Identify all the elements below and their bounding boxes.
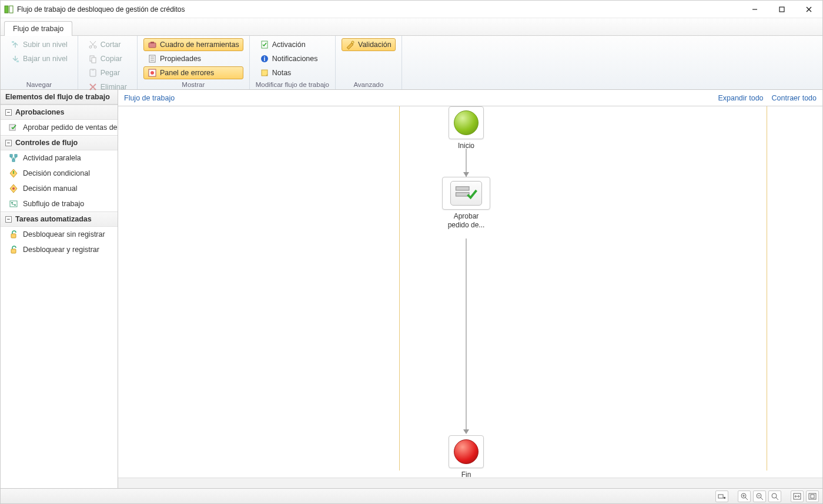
parallel-icon [9, 153, 18, 163]
notes-icon [260, 68, 269, 78]
notifications-label: Notificaciones [272, 55, 318, 63]
activation-icon [260, 40, 269, 49]
node-approve-order[interactable]: Aprobar pedido de... [442, 177, 490, 230]
swimlane [399, 106, 767, 471]
subflow-icon [9, 199, 18, 209]
content-area: Elementos del flujo de trabajo − Aprobac… [1, 90, 822, 488]
svg-line-48 [761, 498, 763, 500]
properties-icon [148, 54, 157, 63]
svg-text:i: i [263, 56, 265, 62]
sidebar-cat-approvals[interactable]: − Aprobaciones [1, 105, 118, 120]
sidebar: Elementos del flujo de trabajo − Aprobac… [1, 90, 118, 488]
toolbox-label: Cuadro de herramientas [160, 41, 239, 49]
sidebar-item-approve-order[interactable]: Aprobar pedido de ventas de c [1, 120, 118, 135]
validation-label: Validación [358, 41, 392, 49]
svg-point-50 [772, 493, 777, 498]
svg-rect-7 [16, 61, 19, 62]
ribbon-group-navigate-label: Navegar [6, 80, 72, 88]
svg-rect-28 [10, 154, 12, 157]
toolbox-button[interactable]: Cuadro de herramientas [143, 38, 243, 51]
canvas-header: Flujo de trabajo Expandir todo Contraer … [118, 90, 822, 106]
sidebar-cat-autotasks[interactable]: − Tareas automatizadas [1, 211, 118, 227]
ribbon: Subir un nivel Bajar un nivel Navegar Co… [1, 36, 822, 90]
close-button[interactable] [795, 1, 822, 18]
sidebar-header: Elementos del flujo de trabajo [1, 90, 118, 105]
statusbar [1, 488, 822, 503]
collapse-icon: − [5, 109, 12, 116]
sidebar-cat-flowcontrols[interactable]: − Controles de flujo [1, 135, 118, 150]
svg-rect-11 [92, 58, 96, 63]
tabstrip: Flujo de trabajo [1, 18, 822, 36]
error-panel-label: Panel de errores [160, 69, 214, 77]
svg-line-44 [745, 498, 748, 500]
sidebar-item-manual-decision[interactable]: Decisión manual [1, 181, 118, 196]
error-panel-button[interactable]: Panel de errores [143, 66, 243, 79]
sidebar-item-conditional-decision[interactable]: Decisión condicional [1, 166, 118, 181]
window-title: Flujo de trabajo de desbloqueo de gestió… [17, 5, 185, 14]
notifications-button[interactable]: i Notificaciones [256, 52, 329, 65]
minimize-button[interactable] [741, 1, 768, 18]
ribbon-group-show: Cuadro de herramientas Propiedades Panel… [138, 36, 250, 89]
up-level-button[interactable]: Subir un nivel [6, 38, 72, 51]
svg-rect-14 [149, 43, 156, 48]
arrow-down-level-icon [11, 54, 20, 63]
paste-button[interactable]: Pegar [84, 66, 131, 79]
canvas-wrap: Flujo de trabajo Expandir todo Contraer … [118, 90, 822, 488]
cut-button[interactable]: Cortar [84, 38, 131, 51]
fit-width-button[interactable] [791, 490, 804, 502]
node-approve-label2: pedido de... [442, 221, 490, 230]
zoom-reset-button[interactable] [768, 490, 781, 502]
unlock-icon [9, 230, 18, 239]
decision-cond-icon [9, 169, 18, 178]
sidebar-item-label: Subflujo de trabajo [23, 200, 84, 208]
expand-all-link[interactable]: Expandir todo [718, 94, 763, 102]
collapse-all-link[interactable]: Contraer todo [772, 94, 817, 102]
maximize-button[interactable] [768, 1, 795, 18]
titlebar: Flujo de trabajo de desbloqueo de gestió… [1, 1, 822, 18]
collapse-icon: − [5, 140, 12, 146]
sidebar-item-parallel-activity[interactable]: Actividad paralela [1, 150, 118, 166]
node-start[interactable]: Inicio [449, 106, 484, 150]
svg-rect-33 [11, 202, 13, 203]
validation-button[interactable]: Validación [342, 38, 396, 51]
delete-x-icon [88, 82, 98, 92]
fit-page-button[interactable] [806, 490, 819, 502]
info-icon: i [260, 54, 269, 63]
zoom-out-button[interactable] [753, 490, 766, 502]
svg-rect-13 [92, 69, 94, 70]
activation-button[interactable]: Activación [256, 38, 329, 51]
tab-workflow[interactable]: Flujo de trabajo [4, 21, 72, 36]
ribbon-group-show-label: Mostrar [143, 80, 243, 88]
sidebar-item-unlock-and-register[interactable]: Desbloquear y registrar [1, 242, 118, 257]
svg-rect-29 [15, 154, 17, 157]
app-window: Flujo de trabajo de desbloqueo de gestió… [0, 0, 823, 504]
down-level-button[interactable]: Bajar un nivel [6, 52, 72, 65]
workflow-canvas[interactable]: Inicio Aprobar pedido de... [118, 106, 822, 488]
properties-label: Propiedades [160, 55, 201, 63]
node-approve-label1: Aprobar [442, 212, 490, 221]
sidebar-cat-approvals-label: Aprobaciones [15, 108, 64, 116]
node-end[interactable]: Fin [449, 435, 484, 479]
sidebar-item-label: Desbloquear sin registrar [23, 230, 105, 238]
arrowhead-icon [463, 172, 469, 177]
ribbon-group-modify-label: Modificar flujo de trabajo [256, 80, 329, 88]
copy-label: Copiar [101, 55, 122, 63]
svg-rect-32 [10, 201, 17, 207]
properties-button[interactable]: Propiedades [143, 52, 243, 65]
sidebar-item-unlock-no-register[interactable]: Desbloquear sin registrar [1, 227, 118, 242]
paste-label: Pegar [101, 69, 120, 77]
horizontal-scrollbar[interactable] [118, 478, 822, 488]
notes-button[interactable]: Notas [256, 66, 329, 79]
sidebar-cat-flowcontrols-label: Controles de flujo [15, 139, 78, 147]
breadcrumb[interactable]: Flujo de trabajo [124, 94, 175, 102]
overview-toggle-button[interactable] [715, 490, 728, 502]
sidebar-item-subworkflow[interactable]: Subflujo de trabajo [1, 196, 118, 211]
copy-button[interactable]: Copiar [84, 52, 131, 65]
svg-rect-36 [11, 249, 16, 253]
svg-rect-41 [718, 495, 723, 498]
zoom-in-button[interactable] [738, 490, 751, 502]
svg-point-26 [352, 41, 354, 43]
collapse-icon: − [5, 216, 12, 223]
start-circle-icon [454, 110, 479, 135]
sidebar-item-label: Aprobar pedido de ventas de c [23, 123, 118, 132]
